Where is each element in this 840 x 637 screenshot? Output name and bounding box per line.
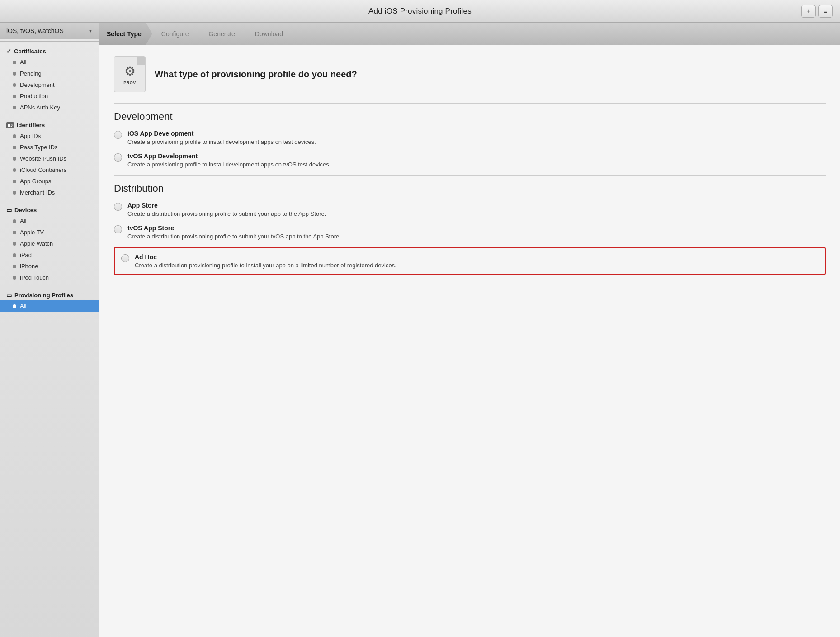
sidebar-divider-3 [0,200,99,200]
option-title: iOS App Development [127,130,316,137]
sidebar-item-apple-watch[interactable]: Apple Watch [0,238,99,249]
sidebar-item-label: iPad [20,252,32,258]
sidebar-section-devices: ▭ Devices [0,202,99,215]
certificates-icon: ✓ [6,48,11,55]
chevron-down-icon: ▼ [88,29,93,33]
step-label: Select Type [107,30,142,38]
sidebar-item-merchant-ids[interactable]: Merchant IDs [0,187,99,198]
option-tvos-app-store: tvOS App Store Create a distribution pro… [114,224,826,240]
dot-icon [13,231,16,234]
radio-tvos-app-store[interactable] [114,225,122,233]
sidebar-item-pass-type-ids[interactable]: Pass Type IDs [0,142,99,153]
option-desc: Create a distribution provisioning profi… [127,210,326,217]
sidebar-item-ipad[interactable]: iPad [0,249,99,261]
provisioning-icon: ▭ [6,292,12,299]
sidebar-item-label: All [20,303,26,309]
sidebar-item-label: iPod Touch [20,274,49,281]
sidebar-item-label: Pass Type IDs [20,144,58,151]
section-distribution: Distribution App Store Create a distribu… [114,183,826,275]
devices-icon: ▭ [6,207,12,214]
dot-icon [13,191,16,195]
option-desc: Create a distribution provisioning profi… [135,262,396,269]
sidebar-item-iphone[interactable]: iPhone [0,261,99,272]
sidebar-item-label: App Groups [20,178,51,185]
option-ad-hoc[interactable]: Ad Hoc Create a distribution provisionin… [114,247,826,275]
option-text-tvos-app-dev: tvOS App Development Create a provisioni… [127,152,330,168]
option-desc: Create a provisioning profile to install… [127,138,316,145]
option-tvos-app-dev: tvOS App Development Create a provisioni… [114,152,826,168]
dot-icon [13,276,16,280]
app-layout: iOS, tvOS, watchOS ▼ ✓ Certificates All … [0,23,840,637]
sidebar-item-label: APNs Auth Key [20,104,60,111]
profile-header: ⚙ PROV What type of provisioning profile… [114,56,826,92]
sidebar-divider-1 [0,41,99,42]
sidebar-item-certs-apns[interactable]: APNs Auth Key [0,102,99,113]
radio-app-store[interactable] [114,203,122,211]
sidebar-item-ipod-touch[interactable]: iPod Touch [0,272,99,283]
sidebar-item-label: All [20,59,26,66]
dot-icon [13,265,16,268]
option-ios-app-dev: iOS App Development Create a provisionin… [114,130,826,145]
identifiers-icon: ID [6,122,14,128]
sidebar-item-provisioning-all[interactable]: All [0,300,99,312]
sidebar-item-website-push-ids[interactable]: Website Push IDs [0,153,99,164]
step-configure[interactable]: Configure [152,23,200,45]
sidebar-item-apple-tv[interactable]: Apple TV [0,227,99,238]
sidebar-item-certs-pending[interactable]: Pending [0,68,99,79]
section-title-distribution: Distribution [114,183,826,195]
dot-icon [13,242,16,246]
certificates-label: Certificates [14,48,46,55]
option-text-app-store: App Store Create a distribution provisio… [127,202,326,217]
option-desc: Create a distribution provisioning profi… [127,233,341,240]
sidebar-item-app-groups[interactable]: App Groups [0,176,99,187]
sidebar-item-label: App IDs [20,133,41,139]
radio-tvos-app-dev[interactable] [114,153,122,162]
section-title-development: Development [114,111,826,123]
step-download[interactable]: Download [246,23,294,45]
step-select-type[interactable]: Select Type [99,23,152,45]
option-text-ios-app-dev: iOS App Development Create a provisionin… [127,130,316,145]
sidebar-item-label: iPhone [20,263,38,270]
sidebar-item-label: Apple TV [20,229,44,236]
option-text-ad-hoc: Ad Hoc Create a distribution provisionin… [135,253,396,269]
platform-dropdown-label: iOS, tvOS, watchOS [6,27,64,34]
sidebar-item-label: Pending [20,70,42,77]
sidebar-item-app-ids[interactable]: App IDs [0,130,99,142]
option-desc: Create a provisioning profile to install… [127,161,330,168]
section-development: Development iOS App Development Create a… [114,111,826,168]
dot-icon [13,146,16,149]
page-title: Add iOS Provisioning Profiles [368,7,472,16]
steps-bar: Select Type Configure Generate Download [99,23,840,45]
divider-after-header [114,103,826,104]
dot-icon [13,168,16,172]
option-title: Ad Hoc [135,253,396,261]
sidebar-item-certs-all[interactable]: All [0,57,99,68]
sidebar-divider-4 [0,285,99,285]
dot-icon [13,219,16,223]
radio-ios-app-dev[interactable] [114,131,122,139]
step-label: Configure [161,30,189,38]
dot-icon [13,304,16,308]
sidebar-item-certs-production[interactable]: Production [0,90,99,102]
sidebar-item-icloud-containers[interactable]: iCloud Containers [0,164,99,176]
sidebar: iOS, tvOS, watchOS ▼ ✓ Certificates All … [0,23,99,637]
divider-dev-dist [114,175,826,176]
dot-icon [13,180,16,183]
platform-dropdown[interactable]: iOS, tvOS, watchOS ▼ [0,23,99,39]
dot-icon [13,253,16,257]
main-content: ⚙ PROV What type of provisioning profile… [99,45,840,637]
dot-icon [13,95,16,98]
provisioning-label: Provisioning Profiles [14,292,73,299]
title-bar: Add iOS Provisioning Profiles + ≡ [0,0,840,23]
radio-ad-hoc[interactable] [121,254,129,262]
sidebar-item-devices-all[interactable]: All [0,215,99,227]
sidebar-item-label: Merchant IDs [20,189,55,196]
add-button[interactable]: + [801,5,816,18]
option-text-tvos-app-store: tvOS App Store Create a distribution pro… [127,224,341,240]
step-generate[interactable]: Generate [199,23,245,45]
sidebar-item-certs-development[interactable]: Development [0,79,99,90]
sidebar-section-provisioning: ▭ Provisioning Profiles [0,287,99,300]
profile-question: What type of provisioning profile do you… [155,69,357,80]
edit-button[interactable]: ≡ [818,5,833,18]
dot-icon [13,61,16,64]
